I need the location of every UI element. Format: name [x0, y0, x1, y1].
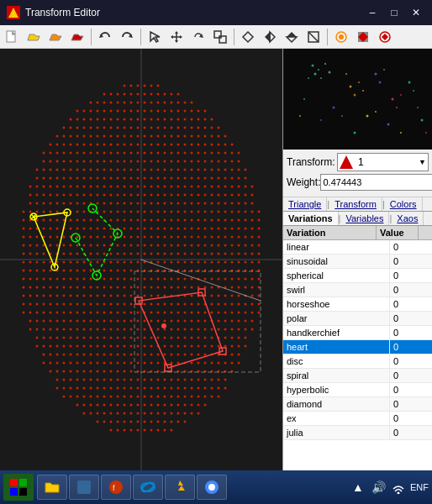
table-row[interactable]: heart0: [283, 340, 432, 354]
svg-point-261: [137, 169, 140, 171]
svg-point-370: [204, 194, 207, 197]
table-row[interactable]: hyperbolic0: [283, 383, 432, 397]
table-row[interactable]: diamond0: [283, 397, 432, 412]
svg-point-1145: [184, 387, 187, 390]
move-button[interactable]: [166, 27, 187, 47]
svg-point-777: [56, 295, 59, 297]
undo-button[interactable]: [95, 27, 115, 47]
svg-point-1165: [150, 396, 153, 398]
reset-button[interactable]: [303, 27, 324, 47]
table-row[interactable]: disc0: [283, 354, 432, 369]
transform-button[interactable]: [238, 27, 258, 47]
svg-point-174: [157, 144, 160, 146]
table-row[interactable]: sinusoidal0: [283, 255, 432, 269]
tab-transform[interactable]: Transform: [329, 197, 382, 211]
svg-point-239: [198, 160, 200, 163]
svg-point-758: [171, 286, 173, 289]
svg-point-458: [90, 219, 92, 222]
svg-point-743: [70, 286, 72, 289]
weight-input[interactable]: [320, 174, 432, 191]
table-row[interactable]: spiral0: [283, 369, 432, 383]
table-row[interactable]: linear0: [283, 240, 432, 255]
svg-point-618: [198, 253, 200, 255]
taskbar-item-app1[interactable]: [69, 475, 99, 500]
taskbar-item-app2[interactable]: f: [101, 475, 131, 500]
minimize-button[interactable]: –: [363, 3, 382, 22]
render3-button[interactable]: [375, 27, 395, 47]
svg-point-578: [171, 244, 173, 247]
new-button[interactable]: [2, 27, 22, 47]
export-button[interactable]: [67, 27, 87, 47]
table-row[interactable]: polar0: [283, 312, 432, 326]
scale-button[interactable]: [210, 27, 230, 47]
flip-h-button[interactable]: [260, 27, 280, 47]
svg-point-347: [50, 194, 52, 197]
table-row[interactable]: swirl0: [283, 283, 432, 297]
render2-button[interactable]: [353, 27, 373, 47]
svg-point-326: [137, 186, 140, 188]
svg-point-1004: [198, 345, 200, 348]
controls-area: Transform: 1 ▼ Weight:: [283, 150, 432, 197]
tray-sound-icon[interactable]: 🔊: [370, 479, 387, 496]
svg-point-58: [144, 102, 146, 104]
rotate-button[interactable]: [188, 27, 208, 47]
transform-dropdown[interactable]: 1 ▼: [337, 153, 429, 171]
variation-table[interactable]: Variation Value linear0sinusoidal0spheri…: [283, 226, 432, 470]
svg-point-243: [224, 160, 227, 163]
app-icon: [7, 6, 20, 19]
tab-xaos[interactable]: Xaos: [392, 212, 424, 225]
svg-point-375: [238, 194, 240, 197]
taskbar-item-app4[interactable]: [197, 475, 227, 500]
svg-point-1198: [97, 412, 99, 415]
svg-point-627: [258, 253, 261, 255]
svg-point-1231: [130, 429, 133, 432]
svg-point-291: [124, 177, 126, 180]
tab-colors[interactable]: Colors: [385, 197, 423, 211]
svg-point-139: [103, 135, 106, 138]
tab-triangle[interactable]: Triangle: [283, 197, 327, 211]
svg-point-1279: [375, 111, 377, 113]
select-button[interactable]: [145, 27, 165, 47]
table-row[interactable]: ex0: [283, 412, 432, 426]
flip-v-button[interactable]: [282, 27, 302, 47]
canvas-area[interactable]: dots rendered via JS below: [0, 49, 282, 470]
save-button[interactable]: [45, 27, 66, 47]
open-button[interactable]: [24, 27, 44, 47]
start-button[interactable]: [3, 474, 34, 501]
redo-button[interactable]: [117, 27, 137, 47]
svg-point-124: [171, 127, 173, 129]
close-button[interactable]: ✕: [407, 3, 425, 22]
taskbar-item-flame[interactable]: [165, 475, 195, 500]
render-button[interactable]: [331, 27, 351, 47]
svg-point-122: [157, 127, 160, 129]
tab-variables[interactable]: Variables: [340, 212, 389, 225]
svg-point-702: [36, 278, 39, 281]
svg-point-1043: [50, 362, 52, 365]
svg-point-514: [224, 228, 227, 230]
tab-variations[interactable]: Variations: [283, 212, 339, 225]
svg-point-346: [43, 194, 45, 197]
table-row[interactable]: julia0: [283, 426, 432, 440]
svg-point-770: [251, 286, 254, 289]
table-row[interactable]: spherical0: [283, 269, 432, 283]
svg-point-1042: [43, 362, 45, 365]
tray-up-icon[interactable]: ▲: [350, 479, 366, 496]
svg-point-509: [191, 228, 193, 230]
table-row[interactable]: horseshoe0: [283, 297, 432, 312]
svg-point-156: [218, 135, 220, 138]
dropdown-arrow-icon[interactable]: ▼: [419, 158, 426, 166]
variation-value: 0: [390, 383, 432, 396]
svg-point-235: [171, 160, 173, 163]
svg-point-338: [218, 186, 220, 188]
svg-point-371: [211, 194, 213, 197]
svg-point-65: [191, 102, 193, 104]
table-row[interactable]: handkerchief0: [283, 326, 432, 340]
maximize-button[interactable]: □: [385, 3, 403, 22]
variation-value: 0: [390, 426, 432, 439]
taskbar-item-app3[interactable]: [133, 475, 163, 500]
svg-point-155: [211, 135, 213, 138]
taskbar-item-folder[interactable]: [37, 475, 67, 500]
tray-wifi-icon[interactable]: [390, 479, 407, 496]
svg-point-1123: [211, 379, 213, 381]
start-icon: [8, 477, 29, 497]
